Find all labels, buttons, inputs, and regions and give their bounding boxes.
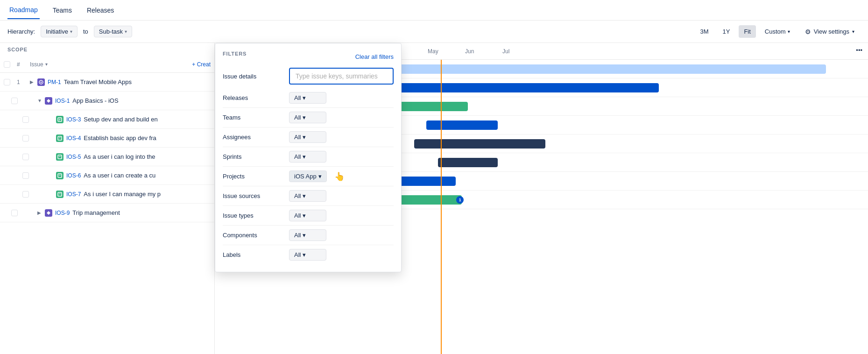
- table-row: IOS-4 Establish basic app dev fra: [0, 129, 214, 148]
- teams-chevron-icon: ▾: [303, 114, 306, 121]
- table-header: # Issue ▾ + Creat: [0, 56, 214, 73]
- gantt-bar[interactable]: [414, 139, 545, 149]
- filter-issue-sources-row: Issue sources All ▾: [223, 186, 394, 206]
- labels-chevron-icon: ▾: [303, 251, 306, 258]
- svg-marker-14: [47, 211, 50, 215]
- from-hierarchy-dropdown[interactable]: Initiative ▾: [41, 26, 78, 37]
- issue-title: Establish basic app dev fra: [84, 135, 156, 142]
- nav-teams[interactable]: Teams: [51, 2, 74, 19]
- table-row: ▶ IOS-9 Trip management: [0, 204, 214, 222]
- col-num-header: #: [17, 61, 30, 68]
- row-checkbox[interactable]: [22, 172, 29, 179]
- row-content: IOS-7 As i user I can manage my p: [56, 191, 211, 198]
- cursor-pointer-icon: 👆: [334, 171, 345, 182]
- row-content: IOS-5 As a user i can log into the: [56, 153, 211, 161]
- create-button[interactable]: + Creat: [192, 61, 211, 68]
- releases-chevron-icon: ▾: [303, 94, 306, 101]
- issue-types-dropdown[interactable]: All ▾: [289, 210, 326, 221]
- expand-icon[interactable]: ▶: [30, 79, 37, 85]
- gantt-menu-button[interactable]: •••: [856, 47, 862, 54]
- filter-components-row: Components All ▾: [223, 226, 394, 245]
- view-settings-chevron-icon: ▾: [852, 29, 854, 34]
- filter-releases-label: Releases: [223, 94, 283, 101]
- issue-title: As i user I can manage my p: [84, 191, 161, 198]
- main-area: SCOPE # Issue ▾ + Creat 1 ▶ PM-1: [0, 43, 868, 354]
- row-checkbox[interactable]: [22, 191, 29, 198]
- svg-marker-2: [47, 99, 50, 103]
- issue-sources-chevron-icon: ▾: [303, 192, 306, 199]
- expand-icon[interactable]: ▼: [37, 98, 45, 103]
- issue-title: As a user i can log into the: [84, 153, 155, 160]
- filter-issue-sources-label: Issue sources: [223, 192, 283, 199]
- row-number: 1: [17, 79, 30, 85]
- initiative-icon: [37, 78, 45, 86]
- issue-key: IOS-5: [66, 154, 81, 160]
- components-dropdown[interactable]: All ▾: [289, 229, 326, 241]
- issue-search-input[interactable]: [289, 68, 394, 85]
- from-chevron-icon: ▾: [70, 29, 72, 34]
- filter-components-label: Components: [223, 232, 283, 239]
- left-panel: SCOPE # Issue ▾ + Creat 1 ▶ PM-1: [0, 43, 215, 354]
- filter-sprints-row: Sprints All ▾: [223, 147, 394, 167]
- teams-dropdown[interactable]: All ▾: [289, 112, 326, 123]
- row-content: IOS-1 App Basics - iOS: [45, 97, 211, 105]
- month-jul: Jul: [499, 48, 536, 55]
- to-chevron-icon: ▾: [125, 29, 127, 34]
- table-row: IOS-6 As a user i can create a cu: [0, 166, 214, 185]
- to-hierarchy-dropdown[interactable]: Sub-task ▾: [94, 26, 132, 37]
- row-checkbox[interactable]: [22, 116, 29, 123]
- filter-assignees-label: Assignees: [223, 134, 283, 141]
- filter-panel: FILTERS Clear all filters Issue details …: [215, 43, 402, 272]
- month-may: May: [424, 48, 461, 55]
- gantt-bar[interactable]: [360, 83, 659, 92]
- row-checkbox[interactable]: [22, 135, 29, 142]
- issue-title: As a user i can create a cu: [84, 172, 155, 179]
- story-icon: [56, 153, 64, 161]
- filter-projects-row: Projects iOS App ▾ 👆: [223, 167, 394, 186]
- time-fit-button[interactable]: Fit: [739, 25, 755, 38]
- expand-icon[interactable]: ▶: [37, 210, 45, 215]
- issue-types-chevron-icon: ▾: [303, 212, 306, 219]
- nav-releases[interactable]: Releases: [85, 2, 116, 19]
- row-checkbox[interactable]: [11, 98, 18, 104]
- issue-title: Team Travel Mobile Apps: [64, 78, 132, 85]
- svg-rect-6: [58, 136, 62, 140]
- labels-dropdown[interactable]: All ▾: [289, 249, 326, 261]
- from-value: Initiative: [46, 28, 68, 35]
- clear-filters-button[interactable]: Clear all filters: [355, 53, 394, 60]
- select-all-checkbox[interactable]: [4, 61, 10, 68]
- scope-label: SCOPE: [0, 43, 214, 56]
- filter-labels-label: Labels: [223, 251, 283, 258]
- gantt-bar[interactable]: [438, 158, 498, 167]
- issue-key: IOS-3: [66, 116, 81, 123]
- releases-dropdown[interactable]: All ▾: [289, 92, 326, 104]
- table-row: IOS-7 As i user I can manage my p: [0, 185, 214, 204]
- nav-roadmap[interactable]: Roadmap: [7, 1, 40, 19]
- row-checkbox[interactable]: [22, 154, 29, 160]
- top-nav: Roadmap Teams Releases: [0, 0, 868, 21]
- story-icon: [56, 135, 64, 142]
- filter-sprints-label: Sprints: [223, 153, 283, 160]
- time-3m-button[interactable]: 3M: [695, 25, 713, 38]
- filter-assignees-row: Assignees All ▾: [223, 127, 394, 147]
- epic-icon: [45, 97, 52, 105]
- time-1y-button[interactable]: 1Y: [717, 25, 735, 38]
- time-custom-button[interactable]: Custom ▾: [760, 25, 795, 38]
- sprints-dropdown[interactable]: All ▾: [289, 151, 326, 163]
- row-content: IOS-9 Trip management: [45, 209, 211, 217]
- filter-releases-row: Releases All ▾: [223, 88, 394, 108]
- issue-sources-dropdown[interactable]: All ▾: [289, 190, 326, 202]
- gantt-bar[interactable]: [426, 120, 498, 130]
- issue-key: IOS-9: [55, 210, 70, 216]
- issue-key: IOS-6: [66, 172, 81, 179]
- view-settings-button[interactable]: ⚙ View settings ▾: [799, 25, 861, 38]
- custom-chevron-icon: ▾: [788, 29, 790, 34]
- row-checkbox[interactable]: [4, 79, 10, 85]
- filter-teams-row: Teams All ▾: [223, 108, 394, 127]
- issue-key: PM-1: [48, 79, 61, 85]
- projects-dropdown[interactable]: iOS App ▾: [289, 170, 327, 182]
- view-settings-label: View settings: [814, 28, 849, 35]
- assignees-dropdown[interactable]: All ▾: [289, 131, 326, 143]
- row-checkbox[interactable]: [11, 210, 18, 216]
- svg-rect-3: [58, 118, 62, 121]
